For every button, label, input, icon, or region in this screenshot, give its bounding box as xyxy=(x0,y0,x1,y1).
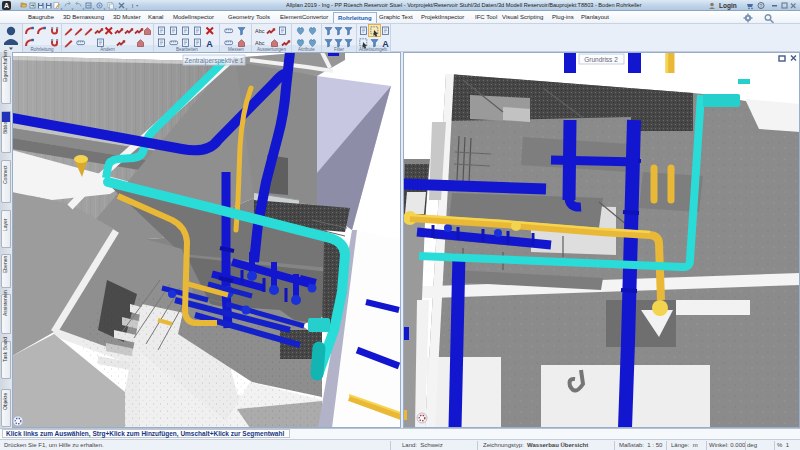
svg-text:Messen: Messen xyxy=(228,47,244,52)
svg-text:Abc: Abc xyxy=(255,40,265,46)
svg-text:Login: Login xyxy=(719,2,737,10)
svg-text:?: ? xyxy=(760,3,763,9)
svg-text:A: A xyxy=(206,39,213,49)
svg-text:Bearbeiten: Bearbeiten xyxy=(176,47,198,52)
svg-text:Attribute: Attribute xyxy=(298,47,315,52)
svg-text:Rohrleitung: Rohrleitung xyxy=(30,47,54,52)
svg-text:A: A xyxy=(4,2,9,9)
svg-text:Zentralperspektive 1: Zentralperspektive 1 xyxy=(185,57,244,65)
svg-text:Auswertungen: Auswertungen xyxy=(257,47,286,52)
svg-text:Filter: Filter xyxy=(334,47,345,52)
svg-text:Arbeitsumgeb.: Arbeitsumgeb. xyxy=(359,47,388,52)
svg-text:Grundriss 2: Grundriss 2 xyxy=(584,56,618,63)
svg-text:Ändern: Ändern xyxy=(100,46,115,52)
svg-text:Abc: Abc xyxy=(255,28,265,34)
